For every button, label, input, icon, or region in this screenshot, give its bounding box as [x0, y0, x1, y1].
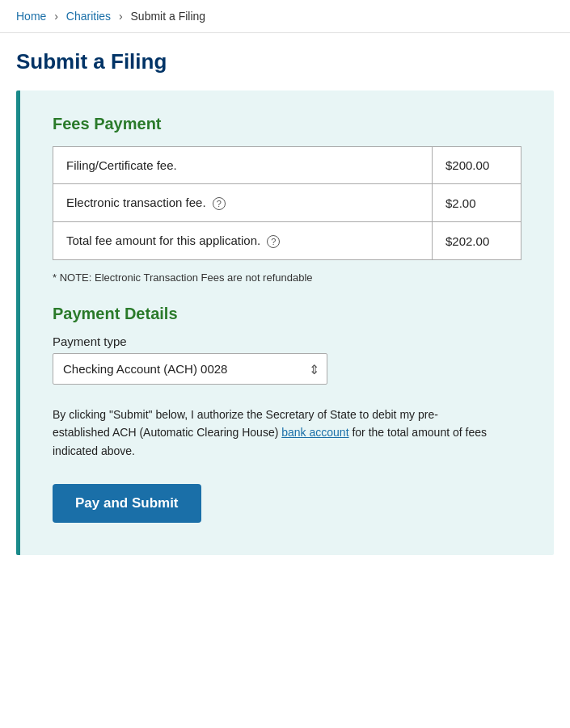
fees-section-title: Fees Payment — [53, 115, 521, 133]
payment-type-select[interactable]: Checking Account (ACH) 0028 — [53, 353, 327, 385]
fee-amount-filing: $200.00 — [433, 147, 521, 184]
fees-table: Filing/Certificate fee. $200.00 Electron… — [53, 146, 521, 260]
payment-type-label: Payment type — [53, 335, 521, 348]
bank-account-link[interactable]: bank account — [281, 426, 348, 439]
breadcrumb-current: Submit a Filing — [131, 10, 206, 23]
payment-details-section: Payment Details Payment type Checking Ac… — [53, 305, 521, 460]
pay-and-submit-button[interactable]: Pay and Submit — [53, 484, 201, 523]
table-row: Filing/Certificate fee. $200.00 — [53, 147, 521, 184]
fees-section: Fees Payment Filing/Certificate fee. $20… — [53, 115, 521, 284]
main-card: Fees Payment Filing/Certificate fee. $20… — [16, 90, 554, 555]
breadcrumb: Home › Charities › Submit a Filing — [0, 0, 570, 33]
breadcrumb-separator-2: › — [119, 10, 123, 23]
fee-amount-total: $202.00 — [433, 222, 521, 260]
fee-amount-electronic: $2.00 — [433, 184, 521, 222]
table-row: Electronic transaction fee. ? $2.00 — [53, 184, 521, 222]
payment-details-title: Payment Details — [53, 305, 521, 323]
page-title: Submit a Filing — [16, 49, 554, 74]
payment-type-select-wrapper: Checking Account (ACH) 0028 ⇕ — [53, 353, 327, 385]
fee-label-total: Total fee amount for this application. ? — [53, 222, 433, 260]
total-fee-info-icon[interactable]: ? — [267, 235, 280, 248]
fees-note: * NOTE: Electronic Transaction Fees are … — [53, 271, 521, 284]
electronic-fee-info-icon[interactable]: ? — [213, 197, 226, 210]
breadcrumb-charities-link[interactable]: Charities — [66, 10, 111, 23]
page-header: Submit a Filing — [0, 33, 570, 82]
breadcrumb-home-link[interactable]: Home — [16, 10, 46, 23]
table-row: Total fee amount for this application. ?… — [53, 222, 521, 260]
fee-label-electronic: Electronic transaction fee. ? — [53, 184, 433, 222]
authorization-text: By clicking "Submit" below, I authorize … — [53, 406, 489, 460]
breadcrumb-separator-1: › — [54, 10, 58, 23]
fee-label-filing: Filing/Certificate fee. — [53, 147, 433, 184]
